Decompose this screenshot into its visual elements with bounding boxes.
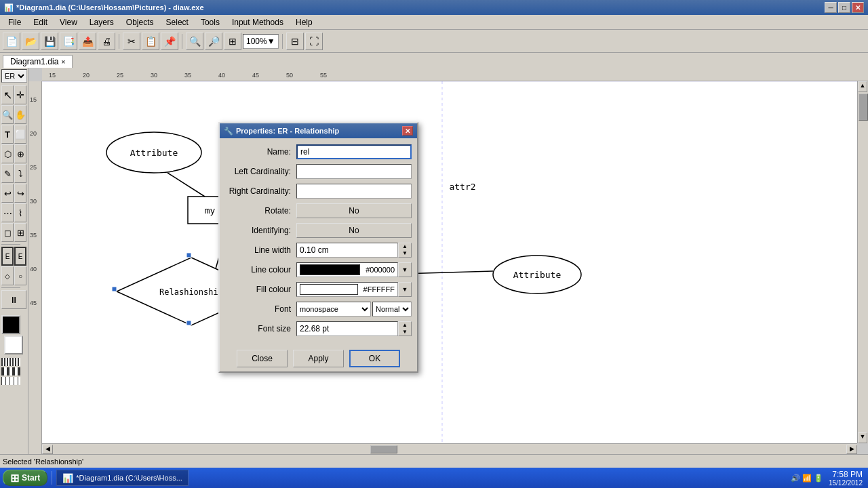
zoom-reset-button[interactable]: ⊞ [224, 33, 241, 50]
diagram-tab[interactable]: Diagram1.dia × [3, 55, 73, 68]
maximize-button[interactable]: □ [838, 2, 850, 13]
curve-btn[interactable]: ⤵ [14, 164, 26, 183]
rotate-toggle[interactable]: No [296, 203, 412, 218]
save-button[interactable]: 💾 [41, 33, 58, 50]
v-scroll-up[interactable]: ▲ [858, 81, 867, 92]
right-cardinality-field[interactable] [296, 184, 412, 199]
close-button[interactable]: Close [237, 350, 288, 367]
line-colour-dropdown[interactable]: ▼ [398, 262, 412, 277]
cut-button[interactable]: ✂ [123, 33, 140, 50]
h-scroll-left[interactable]: ◀ [42, 445, 53, 454]
print-button[interactable]: 🖨 [98, 33, 115, 50]
rotate-field[interactable]: No [296, 203, 412, 218]
fill-colour-btn[interactable]: #FFFFFF [296, 282, 398, 297]
ok-button[interactable]: OK [349, 350, 400, 367]
font-family-select[interactable]: monospace [296, 302, 371, 317]
name-field[interactable] [296, 144, 412, 159]
font-field[interactable]: monospace Normal [296, 302, 412, 317]
font-size-field[interactable]: ▲ ▼ [296, 321, 412, 336]
menu-edit[interactable]: Edit [28, 16, 53, 28]
close-window-button[interactable]: ✕ [852, 2, 864, 13]
taskbar-dia-btn[interactable]: 📊 *Diagram1.dia (C:\Users\Hoss... [56, 470, 189, 486]
start-button[interactable]: ⊞ Start [3, 470, 47, 486]
menu-file[interactable]: File [3, 16, 26, 28]
copy-button[interactable]: 📋 [142, 33, 159, 50]
er-dropdown[interactable]: ER [1, 69, 27, 83]
hand-tool-btn[interactable]: ✋ [14, 105, 26, 124]
menu-tools[interactable]: Tools [195, 16, 225, 28]
fill-colour-field[interactable]: #FFFFFF ▼ [296, 282, 412, 297]
new-button[interactable]: 📄 [3, 33, 20, 50]
font-size-spinner[interactable]: ▲ ▼ [398, 321, 412, 336]
fg-color-swatch[interactable] [1, 315, 20, 334]
er-entity-btn[interactable]: E [1, 247, 14, 266]
zoom-in-button[interactable]: 🔎 [205, 33, 222, 50]
pause-btn[interactable]: ⏸ [1, 290, 26, 309]
line-colour-field[interactable]: #000000 ▼ [296, 262, 412, 277]
font-size-up[interactable]: ▲ [399, 322, 411, 329]
v-scrollbar[interactable]: ▲ ▼ [857, 81, 868, 443]
identifying-field[interactable]: No [296, 223, 412, 238]
menu-select[interactable]: Select [161, 16, 194, 28]
left-cardinality-input[interactable] [296, 164, 412, 179]
line-pattern-2[interactable] [1, 367, 20, 375]
minimize-button[interactable]: ─ [825, 2, 837, 13]
name-input[interactable] [296, 144, 412, 159]
fill-colour-dropdown[interactable]: ▼ [398, 282, 412, 297]
zoom-dropdown-arrow[interactable]: ▼ [267, 37, 275, 46]
v-scroll-down[interactable]: ▼ [858, 432, 867, 443]
image-btn[interactable]: ◻ [1, 223, 14, 242]
h-scroll-thumb[interactable] [370, 445, 397, 453]
h-scrollbar[interactable]: ◀ ▶ [42, 443, 857, 454]
undo-btn[interactable]: ↩ [1, 184, 14, 203]
line-colour-btn[interactable]: #000000 [296, 262, 398, 277]
menu-view[interactable]: View [54, 16, 83, 28]
font-size-input[interactable] [296, 321, 398, 336]
menu-input-methods[interactable]: Input Methods [226, 16, 289, 28]
h-scroll-right[interactable]: ▶ [846, 445, 857, 454]
line-width-input[interactable] [296, 243, 398, 258]
right-cardinality-input[interactable] [296, 184, 412, 199]
magic-btn[interactable]: ⊕ [14, 144, 26, 163]
line-width-up[interactable]: ▲ [399, 243, 411, 250]
line-pattern-1[interactable] [1, 358, 20, 366]
er-weak-entity-btn[interactable]: E [14, 247, 26, 266]
paste-button[interactable]: 📌 [161, 33, 178, 50]
er-relation-btn[interactable]: ◇ [1, 266, 14, 285]
menu-help[interactable]: Help [290, 16, 318, 28]
lasso-btn[interactable]: ⬡ [1, 144, 14, 163]
fullscreen-button[interactable]: ⛶ [305, 33, 323, 50]
bg-color-swatch[interactable] [4, 336, 23, 354]
menu-objects[interactable]: Objects [121, 16, 159, 28]
properties-dialog[interactable]: 🔧 Properties: ER - Relationship ✕ Name: [218, 122, 418, 373]
line-width-spinner[interactable]: ▲ ▼ [398, 243, 412, 258]
grid-btn[interactable]: ⊞ [14, 223, 26, 242]
identifying-toggle[interactable]: No [296, 223, 412, 238]
line-width-down[interactable]: ▼ [399, 250, 411, 257]
zoom-tool-btn[interactable]: 🔍 [1, 105, 14, 124]
v-scroll-thumb[interactable] [859, 94, 868, 121]
font-size-down[interactable]: ▼ [399, 329, 411, 336]
dialog-close-button[interactable]: ✕ [402, 126, 413, 136]
er-attr-btn[interactable]: ○ [14, 266, 26, 285]
open-button[interactable]: 📂 [22, 33, 39, 50]
text-tool-btn[interactable]: T [1, 125, 14, 144]
fit-button[interactable]: ⊟ [286, 33, 304, 50]
menu-layers[interactable]: Layers [84, 16, 119, 28]
rect-select-btn[interactable]: ⬜ [14, 125, 26, 144]
save-as-button[interactable]: 📑 [60, 33, 77, 50]
crosshair-tool-btn[interactable]: ✛ [14, 85, 26, 104]
apply-button[interactable]: Apply [293, 350, 344, 367]
select-tool-btn[interactable]: ↖ [1, 85, 14, 104]
left-cardinality-field[interactable] [296, 164, 412, 179]
line-width-field[interactable]: ▲ ▼ [296, 243, 412, 258]
draw-btn[interactable]: ✎ [1, 164, 14, 183]
line-btn[interactable]: ⋯ [1, 203, 14, 222]
tab-close-icon[interactable]: × [61, 58, 65, 66]
line-pattern-3[interactable] [1, 377, 20, 385]
redo-btn[interactable]: ↪ [14, 184, 26, 203]
zigzag-btn[interactable]: ⌇ [14, 203, 26, 222]
export-button[interactable]: 📤 [79, 33, 96, 50]
font-style-select[interactable]: Normal [372, 302, 412, 317]
zoom-out-button[interactable]: 🔍 [186, 33, 203, 50]
